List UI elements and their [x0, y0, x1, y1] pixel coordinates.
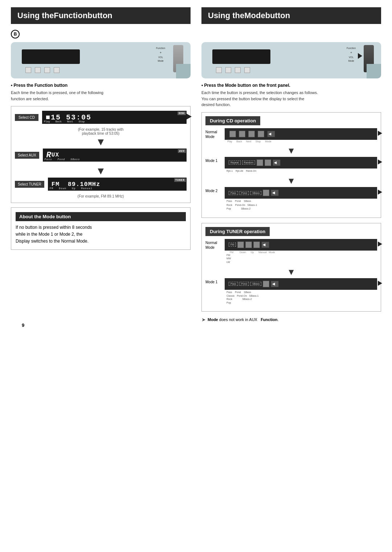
- device-corner-right: [367, 64, 381, 78]
- t-m1-btn1: [263, 281, 269, 287]
- cd-arrow: [187, 114, 192, 119]
- aux-sublabels: PassPondSBass: [45, 158, 80, 161]
- cd-mode1-display-inner: Repeat Random ◄: [225, 157, 377, 169]
- cd-mode2-label: Mode 2: [205, 187, 222, 193]
- tuner-mode1-row: Mode 1 Pass Pond SBass ◄ Pass Pon: [205, 278, 377, 305]
- diagram-row-aux: Select AUX RUX AUX PassPondSBass: [15, 149, 187, 162]
- cd-m1-btn-mode: ◄: [273, 159, 281, 166]
- header-row: Using the Function button Using the Mode…: [11, 7, 381, 24]
- t-n-btn3: [253, 242, 260, 248]
- cd-m1-btn2: [265, 159, 271, 166]
- label-select-cd: Select CD: [15, 114, 38, 121]
- device-buttons-left: [25, 67, 60, 73]
- about-mode-box: About the Mode button If no button is pr…: [11, 207, 191, 250]
- disc-badge: DISC: [177, 111, 186, 115]
- label-select-tuner: Select TUNER: [15, 181, 44, 188]
- cd-normal-display-inner: ◄: [225, 128, 377, 140]
- main-row: Function + VOL Mode • Press the Function…: [11, 42, 381, 322]
- t-n-btn2: [245, 242, 252, 248]
- left-section-title: Using the Function button: [11, 7, 191, 24]
- device-illustration-right: Function + VOL Mode: [201, 42, 381, 78]
- tuner-mode1-options: Pass Pond SBass Classic Pond-On SBass-1 …: [225, 291, 377, 305]
- about-mode-title: About the Mode button: [16, 212, 186, 221]
- page-number: 9: [22, 322, 392, 328]
- cd-btn-mode: ◄: [267, 131, 275, 137]
- right-press-description: Each time the button is pressed, the sel…: [201, 90, 381, 108]
- cd-mode2-row: Mode 2 Pass Pond SBass ◄ Pass Pon: [205, 187, 377, 211]
- cd-m2-btn-mode: ◄: [271, 190, 279, 196]
- cd-mode1-row: Mode 1 Repeat Random ◄: [205, 157, 377, 173]
- left-title-bold: Function: [54, 11, 87, 20]
- cd-normal-label: NormalMode: [205, 128, 222, 139]
- display-cd: ■15 53:05 DISC PlayBackNextStop: [42, 111, 187, 124]
- tuner-caption: (For example, FM 89.1 MHz): [15, 194, 187, 198]
- t-n-btn1: [237, 242, 244, 248]
- arrow-down-2: ▼: [15, 165, 187, 177]
- device-labels-left: Function + VOL Mode: [156, 46, 165, 63]
- tuner-arrow-down-1: ▼: [205, 267, 377, 277]
- t-n-btn-mode: ◄: [261, 242, 269, 248]
- right-section-title: Using the Mode button: [201, 7, 381, 24]
- right-title-normal: Using the: [208, 11, 244, 20]
- aux-badge: AUX: [178, 149, 186, 153]
- cd-mode2-display-inner: Pass Pond SBass ◄: [225, 187, 377, 199]
- device-buttons-right: [216, 67, 250, 73]
- tuner-mode1-arrow: [378, 281, 382, 286]
- cd-mode2-options: Pass Pond SBass Rock Pond-On SBass-1 Pop…: [225, 199, 377, 211]
- tuner-mode1-label: Mode 1: [205, 278, 222, 284]
- cd-mode1-display: Repeat Random ◄ Rpt-1 Rpt-All Rand-On: [225, 157, 377, 173]
- tuner-mode1-display-inner: Pass Pond SBass ◄: [225, 278, 377, 290]
- tuner-normal-options: FMMWLW: [225, 253, 377, 264]
- cd-arrow-down-1: ▼: [205, 146, 377, 156]
- cd-btn-2: [239, 131, 245, 137]
- left-press-instruction: • Press the Function button: [11, 83, 191, 88]
- t-m1-btn-mode: ◄: [271, 281, 279, 287]
- display-aux: RUX AUX PassPondSBass: [43, 149, 187, 162]
- tuner-sublabels: FMDownUpManual: [50, 187, 93, 190]
- right-press-instruction: • Press the Mode button on the front pan…: [201, 83, 381, 88]
- cd-mode1-arrow: [378, 159, 382, 165]
- cd-sublabels: PlayBackNextStop: [44, 120, 85, 123]
- tuner-normal-label-row: FM Down Up Manual Mode: [225, 251, 377, 253]
- right-title-suffix: button: [265, 11, 290, 20]
- note-arrow-icon: ➤: [201, 317, 206, 322]
- cd-normal-arrow: [378, 131, 382, 136]
- left-column: Function + VOL Mode • Press the Function…: [11, 42, 191, 322]
- device-corner-left: [176, 64, 191, 78]
- mode-arrow: [358, 53, 362, 59]
- cd-btn-3: [248, 131, 255, 137]
- function-diagram-box: Select CD ■15 53:05 DISC PlayBackNextSto…: [11, 106, 191, 203]
- right-title-bold: Mode: [244, 11, 265, 20]
- display-tuner: FM 89.10MHz TUNER FMDownUpManual: [48, 178, 187, 191]
- left-press-description: Each time the button is pressed, one of …: [11, 90, 191, 102]
- cd-mode1-label: Mode 1: [205, 157, 222, 163]
- cd-mode1-options: Rpt-1 Rpt-All Rand-On: [225, 169, 377, 173]
- bottom-note: ➤ Mode does not work in AUX Function.: [201, 317, 381, 322]
- cd-normal-display: ◄ Play Back Next Stop Mode: [225, 128, 377, 143]
- arrow-down-1: ▼: [15, 136, 187, 148]
- cd-operation-box: During CD operation NormalMode ◄: [201, 112, 381, 218]
- label-select-aux: Select AUX: [15, 152, 39, 159]
- diagram-row-cd: Select CD ■15 53:05 DISC PlayBackNextSto…: [15, 111, 187, 124]
- cd-mode2-arrow: [378, 190, 382, 195]
- about-mode-text: If no button is pressed within 8 seconds…: [16, 224, 186, 245]
- tuner-normal-display-inner: FM ◄: [225, 239, 377, 251]
- tuner-normal-display: FM ◄ FM Down Up Manual Mode: [225, 239, 377, 264]
- cd-arrow-down-2: ▼: [205, 176, 377, 186]
- bottom-note-text: Mode does not work in AUX Function.: [208, 317, 279, 322]
- cd-mode2-display: Pass Pond SBass ◄ Pass Pond SBass Rock P…: [225, 187, 377, 211]
- tuner-normal-label: NormalMode: [205, 239, 222, 250]
- device-illustration-left: Function + VOL Mode: [11, 42, 191, 78]
- badge-b: B: [11, 30, 20, 38]
- tuner-normal-arrow: [378, 242, 382, 247]
- left-title-normal: Using the: [17, 11, 54, 20]
- cd-normal-label-row: Play Back Next Stop Mode: [225, 140, 377, 143]
- tuner-normal-mode-row: NormalMode FM ◄ FM Dow: [205, 239, 377, 264]
- cd-m2-btn1: [263, 190, 269, 196]
- device-screen-left: [22, 49, 80, 64]
- cd-btn-4: [258, 131, 264, 137]
- tuner-operation-box: During TUNER operation NormalMode FM ◄: [201, 223, 381, 312]
- device-labels-right: Function + VOL Mode: [347, 46, 356, 63]
- device-screen-right: [212, 49, 270, 64]
- tuner-operation-title: During TUNER operation: [205, 227, 270, 236]
